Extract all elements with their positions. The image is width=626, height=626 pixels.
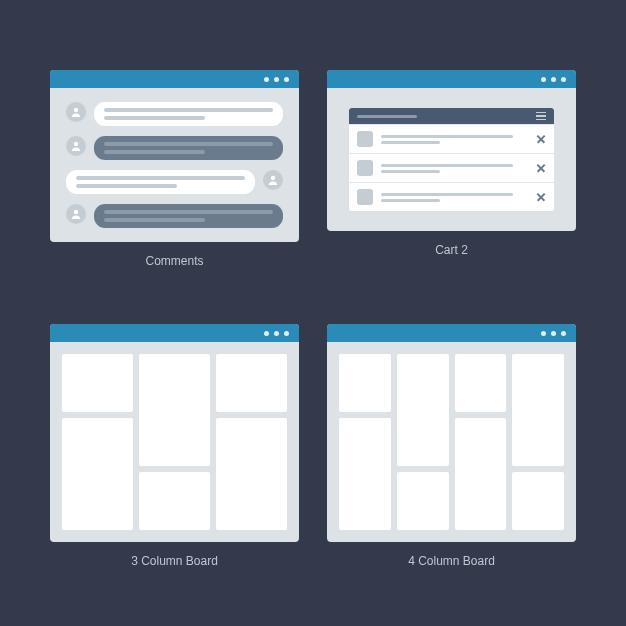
text-line: [381, 170, 440, 173]
board-tile[interactable]: [339, 354, 391, 412]
message-row: [66, 204, 283, 228]
text-line: [76, 176, 245, 180]
text-line: [381, 164, 513, 167]
board-tile[interactable]: [455, 418, 507, 530]
comments-window: [50, 70, 299, 242]
wireframe-caption: Comments: [145, 254, 203, 268]
window-titlebar: [50, 324, 299, 342]
cart-item[interactable]: [349, 153, 554, 182]
board-tile[interactable]: [455, 354, 507, 412]
board4-content: [327, 342, 576, 542]
svg-point-3: [74, 210, 78, 214]
message-row: [66, 136, 283, 160]
menu-icon[interactable]: [536, 112, 546, 121]
text-line: [104, 218, 205, 222]
close-icon[interactable]: [536, 192, 546, 202]
message-row: [66, 170, 283, 194]
board-tile[interactable]: [62, 354, 133, 412]
cart-item[interactable]: [349, 124, 554, 153]
header-line: [357, 115, 417, 118]
avatar-icon: [66, 102, 86, 122]
avatar-icon: [263, 170, 283, 190]
board-tile[interactable]: [339, 418, 391, 530]
text-line: [104, 142, 273, 146]
svg-point-0: [74, 108, 78, 112]
cart-content: [327, 88, 576, 231]
window-titlebar: [327, 324, 576, 342]
window-dot-icon: [551, 77, 556, 82]
window-dot-icon: [274, 77, 279, 82]
avatar-icon: [66, 136, 86, 156]
board4-window: [327, 324, 576, 542]
text-line: [104, 116, 205, 120]
close-icon[interactable]: [536, 134, 546, 144]
svg-point-1: [74, 142, 78, 146]
text-line: [76, 184, 177, 188]
message-bubble[interactable]: [94, 204, 283, 228]
message-bubble[interactable]: [94, 102, 283, 126]
close-icon[interactable]: [536, 163, 546, 173]
board-tile[interactable]: [397, 354, 449, 466]
avatar-icon: [66, 204, 86, 224]
board-tile[interactable]: [216, 354, 287, 412]
board-tile[interactable]: [62, 418, 133, 530]
window-dot-icon: [561, 77, 566, 82]
window-dot-icon: [551, 331, 556, 336]
svg-point-2: [271, 176, 275, 180]
message-bubble[interactable]: [94, 136, 283, 160]
board3-window: [50, 324, 299, 542]
board-tile[interactable]: [512, 472, 564, 530]
item-text: [381, 193, 528, 202]
window-dot-icon: [274, 331, 279, 336]
window-dot-icon: [541, 331, 546, 336]
cart-item[interactable]: [349, 182, 554, 211]
item-thumbnail: [357, 160, 373, 176]
board-tile[interactable]: [216, 418, 287, 530]
message-bubble[interactable]: [66, 170, 255, 194]
text-line: [104, 210, 273, 214]
cart-window: [327, 70, 576, 231]
wireframe-caption: Cart 2: [435, 243, 468, 257]
window-dot-icon: [541, 77, 546, 82]
window-dot-icon: [264, 77, 269, 82]
wireframe-caption: 3 Column Board: [131, 554, 218, 568]
text-line: [104, 108, 273, 112]
text-line: [104, 150, 205, 154]
board3-content: [50, 342, 299, 542]
window-dot-icon: [561, 331, 566, 336]
window-dot-icon: [284, 331, 289, 336]
text-line: [381, 199, 440, 202]
board-tile[interactable]: [139, 472, 210, 530]
item-text: [381, 164, 528, 173]
board-tile[interactable]: [512, 354, 564, 466]
item-text: [381, 135, 528, 144]
window-dot-icon: [264, 331, 269, 336]
board-tile[interactable]: [397, 472, 449, 530]
item-thumbnail: [357, 189, 373, 205]
text-line: [381, 193, 513, 196]
board-tile[interactable]: [139, 354, 210, 466]
wireframe-caption: 4 Column Board: [408, 554, 495, 568]
text-line: [381, 135, 513, 138]
item-thumbnail: [357, 131, 373, 147]
window-titlebar: [50, 70, 299, 88]
text-line: [381, 141, 440, 144]
comments-content: [50, 88, 299, 242]
cart-panel: [349, 108, 554, 211]
cart-header: [349, 108, 554, 124]
window-dot-icon: [284, 77, 289, 82]
message-row: [66, 102, 283, 126]
window-titlebar: [327, 70, 576, 88]
